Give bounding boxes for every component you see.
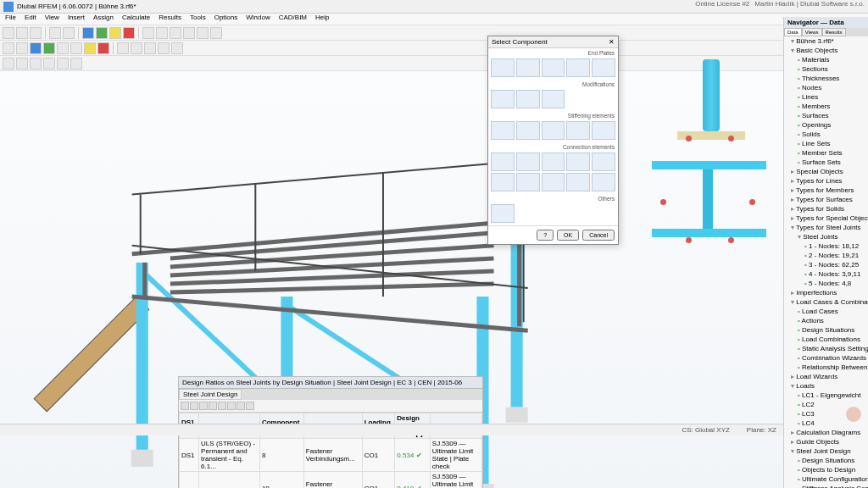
tree-item[interactable]: Objects to Design [798, 465, 868, 474]
tree-item[interactable]: Ultimate Configurations [798, 474, 868, 484]
tree-item[interactable]: Lines [798, 92, 868, 102]
component-thumb[interactable] [566, 173, 590, 191]
tool-icon[interactable] [3, 42, 14, 54]
tree-item[interactable]: 5 - Nodes: 4,8 [804, 279, 868, 288]
component-thumb[interactable] [542, 173, 565, 191]
redo-icon[interactable] [63, 27, 75, 39]
tool-icon[interactable] [156, 27, 168, 39]
tool-icon[interactable] [227, 402, 236, 410]
save-icon[interactable] [30, 27, 42, 39]
component-thumb[interactable] [566, 121, 590, 140]
tree-item[interactable]: 4 - Nodes: 3,9,11 [804, 269, 868, 279]
menu-calculate[interactable]: Calculate [122, 14, 150, 25]
table-row[interactable]: 10Fastener Verbindungsm...CO10.419 ✔SJ.5… [180, 472, 482, 489]
tool-icon[interactable] [30, 42, 42, 54]
nav-tab-views[interactable]: Views [802, 28, 822, 36]
tool-icon[interactable] [43, 58, 55, 69]
tree-item[interactable]: Design Situations [798, 325, 868, 335]
tool-icon[interactable] [246, 402, 254, 410]
menu-view[interactable]: View [45, 14, 59, 25]
tree-item[interactable]: Relationship Between Load Cases [798, 363, 868, 372]
tree-item[interactable]: Static Analysis Settings [798, 344, 868, 353]
results-tab[interactable]: Steel Joint Design [179, 389, 242, 400]
tree-item[interactable]: Load Cases & Combinations [791, 297, 868, 307]
tree-item[interactable]: Types for Steel Joints [791, 223, 868, 232]
component-thumb[interactable] [542, 121, 565, 140]
component-thumb[interactable] [542, 58, 565, 77]
tool-icon[interactable] [43, 42, 55, 54]
menu-options[interactable]: Options [214, 14, 238, 25]
tree-item[interactable]: 2 - Nodes: 19,21 [804, 251, 868, 260]
tree-item[interactable]: Basic Objects [791, 46, 868, 55]
tool-icon[interactable] [96, 27, 108, 39]
tree-item[interactable]: Steel Joint Design [791, 446, 868, 456]
tree-item[interactable]: Nodes [798, 83, 868, 92]
component-thumb[interactable] [516, 173, 540, 191]
tool-icon[interactable] [117, 42, 129, 54]
tree-item[interactable]: Load Combinations [798, 335, 868, 344]
tool-icon[interactable] [181, 402, 189, 410]
tool-icon[interactable] [123, 27, 135, 39]
component-thumb[interactable] [491, 204, 515, 223]
menu-assign[interactable]: Assign [93, 14, 114, 25]
menu-help[interactable]: Help [315, 14, 329, 25]
tool-icon[interactable] [84, 42, 96, 54]
tree-item[interactable]: Guide Objects [791, 437, 868, 446]
tool-icon[interactable] [144, 42, 156, 54]
tool-icon[interactable] [171, 42, 183, 54]
tool-icon[interactable] [3, 58, 14, 69]
component-thumb[interactable] [491, 152, 515, 171]
nav-tab-results[interactable]: Results [822, 28, 846, 36]
component-thumb[interactable] [592, 121, 615, 140]
component-thumb[interactable] [542, 152, 565, 171]
tree-item[interactable]: Steel Joints [798, 232, 868, 241]
tree-item[interactable]: Load Cases [798, 307, 868, 316]
component-thumb[interactable] [491, 121, 515, 140]
menu-results[interactable]: Results [159, 14, 181, 25]
tree-item[interactable]: Types for Special Objects [791, 214, 868, 223]
toolbar-2[interactable] [0, 41, 868, 56]
menu-insert[interactable]: Insert [68, 14, 85, 25]
component-thumb[interactable] [592, 58, 615, 77]
tree-item[interactable]: 3 - Nodes: 62,25 [804, 260, 868, 269]
open-icon[interactable] [16, 27, 28, 39]
tool-icon[interactable] [236, 402, 245, 410]
tool-icon[interactable] [218, 402, 226, 410]
tree-item[interactable]: Load Wizards [791, 372, 868, 381]
component-thumb[interactable] [516, 58, 540, 77]
tool-icon[interactable] [210, 27, 222, 39]
tree-item[interactable]: Surface Sets [798, 158, 868, 167]
undo-icon[interactable] [49, 27, 61, 39]
component-thumb[interactable] [566, 152, 590, 171]
tree-item[interactable]: Loads [791, 381, 868, 391]
tool-icon[interactable] [97, 42, 109, 54]
tool-icon[interactable] [131, 42, 142, 54]
component-thumb[interactable] [592, 173, 615, 191]
tool-icon[interactable] [209, 402, 217, 410]
tree-item[interactable]: Types for Lines [791, 176, 868, 186]
tool-icon[interactable] [57, 58, 69, 69]
tree-item[interactable]: Line Sets [798, 139, 868, 148]
tool-icon[interactable] [16, 42, 28, 54]
menu-edit[interactable]: Edit [25, 14, 36, 25]
tree-item[interactable]: Surfaces [798, 111, 868, 120]
menu-tools[interactable]: Tools [190, 14, 206, 25]
menu-bar[interactable]: File Edit View Insert Assign Calculate R… [0, 14, 868, 25]
tool-icon[interactable] [183, 27, 195, 39]
nav-tab-data[interactable]: Data [784, 28, 802, 36]
tree-item[interactable]: 1 - Nodes: 18,12 [804, 241, 868, 251]
tree-item[interactable]: Types for Surfaces [791, 195, 868, 204]
tree-item[interactable]: Sections [798, 64, 868, 74]
tool-icon[interactable] [82, 27, 94, 39]
close-icon[interactable]: ✕ [609, 38, 615, 46]
tree-item[interactable]: Imperfections [791, 288, 868, 297]
tree-item[interactable]: Members [798, 102, 868, 111]
select-component-dialog[interactable]: Select Component✕ End Plates Modificatio… [487, 36, 619, 245]
tree-item[interactable]: Special Objects [791, 167, 868, 176]
tool-icon[interactable] [70, 58, 82, 69]
tree-item[interactable]: Design Situations [798, 456, 868, 465]
tree-item[interactable]: Stiffness Analysis Configurations [798, 484, 868, 488]
tree-item[interactable]: Types for Members [791, 186, 868, 195]
tree-item[interactable]: LC1 - Eigengewicht [798, 391, 868, 400]
user-avatar[interactable] [846, 407, 861, 422]
